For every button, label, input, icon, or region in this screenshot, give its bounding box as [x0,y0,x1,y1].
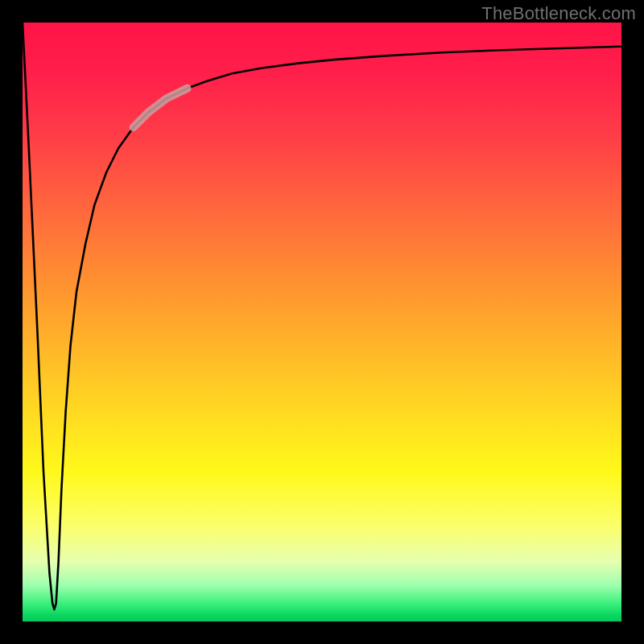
chart-frame: TheBottleneck.com [0,0,644,644]
bottleneck-curve-path [23,23,621,609]
bottleneck-curve-highlight [134,89,188,127]
plot-area [23,23,621,621]
watermark-text: TheBottleneck.com [481,3,636,24]
chart-curve-svg [23,23,621,621]
